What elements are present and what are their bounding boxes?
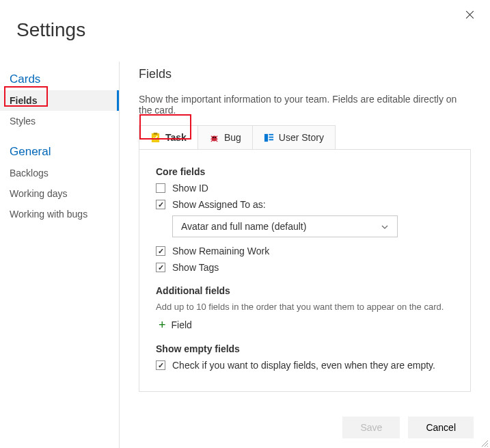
tab-user-story-label: User Story bbox=[279, 132, 324, 143]
row-show-assigned: Show Assigned To as: bbox=[156, 199, 454, 210]
main-description: Show the important information to your t… bbox=[139, 94, 471, 116]
svg-point-2 bbox=[211, 135, 217, 141]
checkbox-show-remaining[interactable] bbox=[156, 246, 165, 256]
add-field-button[interactable]: + Field bbox=[159, 319, 454, 331]
label-show-tags: Show Tags bbox=[172, 262, 219, 273]
additional-fields-header: Additional fields bbox=[156, 285, 454, 296]
label-empty-fields: Check if you want to display fields, eve… bbox=[172, 360, 435, 371]
svg-line-10 bbox=[216, 140, 217, 142]
empty-fields-header: Show empty fields bbox=[156, 343, 454, 354]
plus-icon: + bbox=[159, 319, 166, 331]
row-empty-fields: Check if you want to display fields, eve… bbox=[156, 360, 454, 371]
chevron-down-icon bbox=[381, 222, 389, 230]
footer: Save Cancel bbox=[342, 417, 474, 438]
svg-line-5 bbox=[211, 135, 213, 137]
checkbox-show-assigned[interactable] bbox=[156, 200, 165, 209]
content: Cards Fields Styles General Backlogs Wor… bbox=[0, 62, 490, 448]
user-story-icon bbox=[264, 133, 274, 143]
task-icon bbox=[150, 133, 161, 143]
svg-rect-12 bbox=[269, 133, 273, 135]
label-show-remaining: Show Remaining Work bbox=[172, 246, 269, 256]
row-show-remaining: Show Remaining Work bbox=[156, 246, 454, 256]
sidebar-item-backlogs[interactable]: Backlogs bbox=[0, 163, 119, 183]
sidebar-item-label: Fields bbox=[10, 95, 37, 106]
core-fields-header: Core fields bbox=[156, 166, 454, 177]
svg-rect-13 bbox=[269, 136, 273, 137]
bug-icon bbox=[209, 133, 219, 143]
sidebar-section-cards: Cards bbox=[0, 68, 119, 90]
svg-line-17 bbox=[487, 446, 488, 447]
tab-bug-label: Bug bbox=[224, 132, 241, 143]
checkbox-empty-fields[interactable] bbox=[156, 360, 165, 370]
label-show-id: Show ID bbox=[172, 183, 208, 194]
save-button[interactable]: Save bbox=[342, 417, 400, 438]
svg-line-9 bbox=[211, 140, 213, 142]
page-title: Settings bbox=[16, 19, 85, 41]
tabs: Task Bug User Story bbox=[139, 125, 336, 149]
svg-line-15 bbox=[482, 440, 488, 447]
main-title: Fields bbox=[139, 67, 471, 81]
sidebar-item-fields[interactable]: Fields bbox=[0, 90, 119, 111]
add-field-label: Field bbox=[172, 319, 192, 330]
cancel-button[interactable]: Cancel bbox=[408, 417, 474, 438]
sidebar-item-styles[interactable]: Styles bbox=[0, 111, 119, 131]
svg-rect-14 bbox=[269, 139, 273, 140]
row-show-id: Show ID bbox=[156, 183, 454, 194]
assigned-to-value: Avatar and full name (default) bbox=[181, 221, 306, 232]
checkbox-show-id[interactable] bbox=[156, 183, 165, 193]
sidebar-section-general: General bbox=[0, 141, 119, 163]
svg-rect-1 bbox=[154, 133, 158, 135]
svg-rect-11 bbox=[264, 133, 268, 141]
tab-task-label: Task bbox=[165, 132, 187, 143]
tab-user-story[interactable]: User Story bbox=[253, 126, 335, 149]
resize-handle-icon[interactable] bbox=[480, 438, 489, 447]
assigned-to-select[interactable]: Avatar and full name (default) bbox=[172, 215, 398, 237]
svg-line-6 bbox=[216, 135, 217, 137]
panel: Core fields Show ID Show Assigned To as:… bbox=[139, 149, 471, 392]
row-show-tags: Show Tags bbox=[156, 262, 454, 273]
svg-point-3 bbox=[213, 137, 214, 138]
sidebar: Cards Fields Styles General Backlogs Wor… bbox=[0, 62, 120, 448]
close-icon[interactable] bbox=[465, 10, 475, 20]
svg-point-4 bbox=[215, 137, 216, 138]
additional-fields-sub: Add up to 10 fields in the order that yo… bbox=[156, 302, 454, 312]
sidebar-item-working-bugs[interactable]: Working with bugs bbox=[0, 204, 119, 224]
main-panel: Fields Show the important information to… bbox=[120, 62, 490, 448]
checkbox-show-tags[interactable] bbox=[156, 263, 165, 272]
tab-bug[interactable]: Bug bbox=[198, 126, 253, 149]
sidebar-item-working-days[interactable]: Working days bbox=[0, 183, 119, 204]
label-show-assigned: Show Assigned To as: bbox=[172, 199, 266, 210]
tab-task[interactable]: Task bbox=[139, 126, 198, 149]
